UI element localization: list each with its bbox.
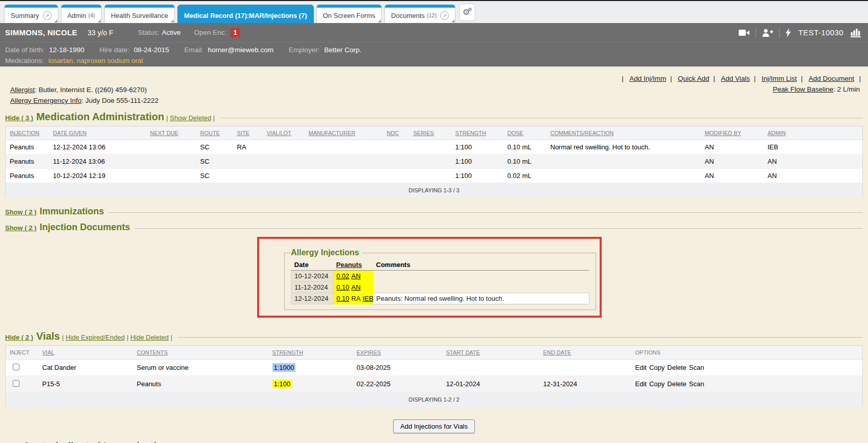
popout-icon[interactable] [43,11,52,20]
displaying-count: DISPLAYING 1-3 / 3 [6,183,863,198]
contraindicated-immunizations-header: Hide Contraindicated Immunizations [5,440,863,443]
hide-deleted-link[interactable]: Hide Deleted [130,334,169,341]
cell-end-date [539,360,631,376]
dose-link[interactable]: 0.10 [336,283,349,291]
cell-injection: Peanuts [6,169,49,183]
email-value: horner@mieweb.com [208,46,274,54]
column-header[interactable]: SERIES [409,126,451,140]
column-header[interactable]: SITE [233,126,263,140]
edit-link[interactable]: Edit [635,380,647,388]
quick-add-link[interactable]: Quick Add [670,75,710,82]
tab-medical-record[interactable]: Medical Record (17):MAR/Injections (7) [177,5,314,23]
divider [779,28,780,38]
edit-link[interactable]: Edit [635,364,647,371]
initials-link[interactable]: AN [351,272,360,280]
copy-link[interactable]: Copy [649,364,665,371]
show-toggle[interactable]: Show ( 2 ) [5,208,36,216]
scan-link[interactable]: Scan [689,364,704,371]
popout-icon[interactable] [440,11,449,20]
add-person-icon[interactable] [762,29,773,37]
tab-label: Medical Record (17):MAR/Injections (7) [184,12,307,19]
table-footer: DISPLAYING 1-2 / 2 [6,392,863,407]
medication-link[interactable]: naproxen sodium oral [77,57,143,64]
column-header[interactable]: VIAL/LOT [263,126,305,140]
tab-admin[interactable]: Admin (4) [61,5,102,23]
cell-dose: 0.10 mL [504,140,546,154]
add-vials-link[interactable]: Add Vials [713,75,750,82]
section-title: Injection Documents [39,222,130,233]
allergy-injections-table: Date Peanuts Comments 10-12-2024 0.02AN [291,259,589,304]
add-document-link[interactable]: Add Document [801,75,854,82]
column-header[interactable]: ROUTE [196,126,233,140]
cell-ndc [383,154,409,169]
column-header[interactable]: MANUFACTURER [305,126,383,140]
lightning-icon[interactable] [785,28,791,37]
column-header[interactable]: EXPIRES [353,346,442,360]
show-deleted-link[interactable]: Show Deleted [170,114,211,122]
initials-link[interactable]: IEB [362,295,373,302]
delete-link[interactable]: Delete [667,380,687,388]
cell-site [233,169,263,183]
hide-expired-ended-link[interactable]: Hide Expired/Ended [65,334,125,341]
add-inj-imm-link[interactable]: Add Inj/Imm [622,75,666,82]
peanuts-column-link[interactable]: Peanuts [336,261,362,269]
table-row: Peanuts 10-12-2024 12:19 SC 1:100 0.02 m… [6,169,863,183]
dose-link[interactable]: 0.02 [336,272,349,280]
column-header[interactable]: STRENGTH [268,346,353,360]
column-header[interactable]: COMMENTS/REACTION [546,126,701,140]
allergist-link[interactable]: Allergist [10,86,35,94]
strength-highlight-yellow: 1:100 [272,380,292,388]
add-injections-for-vials-button[interactable]: Add Injections for Vials [393,419,475,433]
column-header[interactable]: INJECTION [6,126,49,140]
column-header[interactable]: ADMIN [764,126,863,140]
tab-on-screen-forms[interactable]: On Screen Forms [316,5,382,23]
hide-toggle[interactable]: Hide ( 2 ) [5,334,33,341]
allergy-injections-title: Allergy Injections [291,248,362,257]
column-header[interactable]: DOSE [504,126,546,140]
medication-link[interactable]: losartan [48,57,77,64]
cell-dose: 0.10AN [333,282,373,293]
column-header[interactable]: STRENGTH [451,126,504,140]
cell-next-due [146,140,196,154]
column-header[interactable]: DATE GIVEN [49,126,146,140]
column-header[interactable]: NEXT DUE [146,126,196,140]
initials-link[interactable]: AN [351,283,360,291]
show-toggle[interactable]: Show ( 2 ) [5,224,36,232]
tab-health-surveillance[interactable]: Health Surveillance [104,5,175,23]
column-header[interactable]: END DATE [539,346,631,360]
tab-summary[interactable]: Summary [4,5,58,23]
delete-link[interactable]: Delete [667,364,687,371]
inject-checkbox[interactable] [13,364,19,370]
column-header[interactable]: MODIFIED BY [701,126,764,140]
column-header[interactable]: START DATE [442,346,539,360]
settings-gears-icon[interactable] [459,4,475,21]
button-row: Add Injections for Vials [0,419,868,433]
inj-imm-list-link[interactable]: Inj/Imm List [754,75,797,82]
allergy-emergency-info-link[interactable]: Allergy Emergency Info [10,97,82,104]
scan-link[interactable]: Scan [689,380,704,388]
cell-strength: 1:100 [451,154,504,169]
cell-vial-lot [263,154,305,169]
divider [220,118,863,118]
cell-comments: Normal red swelling. Hot to touch. [546,140,701,154]
copy-link[interactable]: Copy [649,380,665,388]
bar-chart-icon[interactable] [851,28,861,37]
inject-checkbox[interactable] [13,380,19,387]
patient-header: SIMMONS, NICOLE 33 y/o F Status: Active … [0,23,868,42]
open-enc-badge[interactable]: 1 [231,28,240,37]
video-camera-icon[interactable] [739,29,750,36]
dose-link[interactable]: 0.10 [336,295,349,302]
column-header[interactable]: CONTENTS [133,346,268,360]
column-header[interactable]: VIAL [38,346,133,360]
cell-dose: 0.10 mL [504,154,546,169]
peak-flow-baseline-link[interactable]: Peak Flow Baseline [773,85,834,93]
cell-series [409,154,451,169]
column-header[interactable]: NDC [383,126,409,140]
divider [135,228,863,229]
hide-toggle[interactable]: Hide ( 3 ) [5,114,33,122]
section-title: Contraindicated Immunizations [22,440,175,443]
tab-documents[interactable]: Documents (12) [384,5,455,23]
cell-contents: Peanuts [133,376,268,392]
medication-administration-header: Hide ( 3 ) Medication Administration Sho… [5,111,863,123]
allergy-injections-panel: Allergy Injections Date Peanuts Comments… [284,248,596,310]
